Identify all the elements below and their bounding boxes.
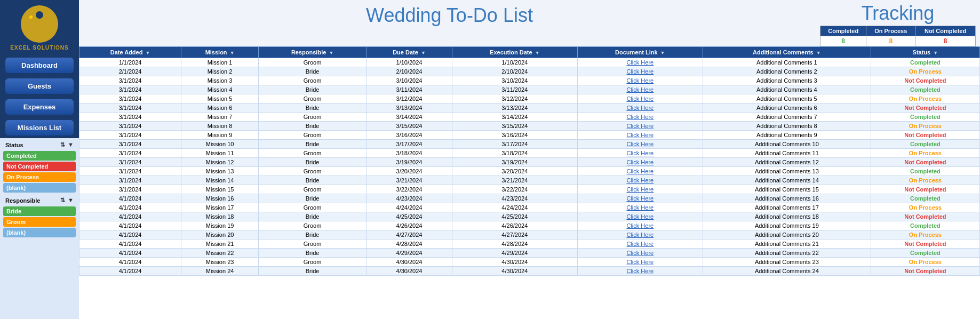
data-cell: 3/18/2024: [366, 149, 452, 158]
document-link-cell[interactable]: Click Here: [577, 176, 703, 185]
data-cell: 1/10/2024: [452, 58, 577, 67]
data-cell: Bride: [259, 230, 366, 240]
data-cell: Mission 14: [181, 176, 259, 185]
document-link-cell[interactable]: Click Here: [577, 203, 703, 212]
main-area: Wedding To-Do List Tracking Completed On…: [79, 0, 980, 319]
filter-not-completed[interactable]: Not Completed: [3, 162, 76, 171]
data-cell: 4/24/2024: [366, 203, 452, 212]
nav-expenses[interactable]: Expenses: [5, 99, 74, 115]
document-link-cell[interactable]: Click Here: [577, 240, 703, 249]
data-table: Date Added ▼ Mission ▼ Responsible ▼ Due…: [79, 46, 980, 276]
data-cell: 3/14/2024: [452, 113, 577, 122]
data-cell: 4/24/2024: [452, 203, 577, 212]
date-added-sort[interactable]: ▼: [146, 50, 150, 55]
status-cell: Not Completed: [871, 267, 979, 276]
data-cell: 3/22/2024: [452, 185, 577, 194]
sidebar: EXCEL SOLUTIONS Dashboard Guests Expense…: [0, 0, 79, 319]
document-link-cell[interactable]: Click Here: [577, 131, 703, 140]
col-due-date[interactable]: Due Date ▼: [366, 47, 452, 58]
document-link-cell[interactable]: Click Here: [577, 103, 703, 113]
due-date-sort[interactable]: ▼: [421, 50, 426, 55]
responsible-filter-label: Responsible: [5, 197, 40, 204]
data-cell: Additional Comments 23: [703, 258, 871, 267]
col-document-link[interactable]: Document Link ▼: [577, 47, 703, 58]
page-title: Wedding To-Do List: [79, 4, 820, 27]
data-cell: 3/15/2024: [366, 122, 452, 131]
nav-missions-list[interactable]: Missions List: [5, 120, 74, 135]
additional-comments-sort[interactable]: ▼: [816, 50, 821, 55]
execution-date-sort[interactable]: ▼: [535, 50, 540, 55]
data-cell: Bride: [259, 212, 366, 221]
status-sort[interactable]: ▼: [933, 50, 938, 55]
data-cell: Mission 15: [181, 185, 259, 194]
status-cell: Not Completed: [871, 103, 979, 113]
data-cell: 3/11/2024: [452, 85, 577, 94]
page-title-area: Wedding To-Do List: [79, 0, 820, 28]
col-responsible[interactable]: Responsible ▼: [259, 47, 366, 58]
status-cell: On Process: [871, 230, 979, 240]
document-link-cell[interactable]: Click Here: [577, 167, 703, 176]
document-link-cell[interactable]: Click Here: [577, 212, 703, 221]
data-cell: 3/1/2024: [79, 94, 181, 103]
data-cell: 3/20/2024: [366, 167, 452, 176]
document-link-cell[interactable]: Click Here: [577, 258, 703, 267]
data-cell: Additional Comments 19: [703, 221, 871, 230]
document-link-cell[interactable]: Click Here: [577, 158, 703, 167]
responsible-sort-icon[interactable]: ⇅: [60, 197, 65, 203]
document-link-cell[interactable]: Click Here: [577, 194, 703, 203]
document-link-cell[interactable]: Click Here: [577, 94, 703, 103]
document-link-cell[interactable]: Click Here: [577, 267, 703, 276]
document-link-cell[interactable]: Click Here: [577, 140, 703, 149]
tracking-notcompleted-value: 8: [915, 36, 976, 46]
filter-bride[interactable]: Bride: [3, 206, 76, 216]
document-link-cell[interactable]: Click Here: [577, 149, 703, 158]
col-mission[interactable]: Mission ▼: [181, 47, 259, 58]
filter-blank-status[interactable]: (blank): [3, 183, 76, 193]
filter-completed[interactable]: Completed: [3, 151, 76, 161]
data-cell: 4/1/2024: [79, 203, 181, 212]
document-link-cell[interactable]: Click Here: [577, 76, 703, 85]
table-row: 3/1/2024Mission 12Bride3/19/20243/19/202…: [79, 158, 980, 167]
data-cell: Bride: [259, 194, 366, 203]
data-cell: 4/30/2024: [452, 258, 577, 267]
data-cell: Additional Comments 20: [703, 230, 871, 240]
table-area[interactable]: Date Added ▼ Mission ▼ Responsible ▼ Due…: [79, 46, 980, 319]
data-cell: 1/1/2024: [79, 58, 181, 67]
col-status[interactable]: Status ▼: [871, 47, 979, 58]
document-link-cell[interactable]: Click Here: [577, 113, 703, 122]
document-link-cell[interactable]: Click Here: [577, 230, 703, 240]
document-link-cell[interactable]: Click Here: [577, 122, 703, 131]
tracking-onprocess-header: On Process: [866, 26, 915, 36]
data-cell: Additional Comments 4: [703, 85, 871, 94]
responsible-sort[interactable]: ▼: [329, 50, 333, 55]
filter-groom[interactable]: Groom: [3, 217, 76, 227]
responsible-filter-icon[interactable]: ▼: [68, 197, 74, 203]
document-link-cell[interactable]: Click Here: [577, 58, 703, 67]
document-link-cell[interactable]: Click Here: [577, 185, 703, 194]
data-cell: 4/1/2024: [79, 240, 181, 249]
status-sort-icon[interactable]: ⇅: [60, 141, 65, 148]
data-cell: Groom: [259, 131, 366, 140]
document-link-cell[interactable]: Click Here: [577, 85, 703, 94]
filter-on-process[interactable]: On Process: [3, 172, 76, 182]
status-cell: On Process: [871, 176, 979, 185]
status-cell: Completed: [871, 85, 979, 94]
data-cell: Mission 4: [181, 85, 259, 94]
document-link-sort[interactable]: ▼: [660, 50, 665, 55]
document-link-cell[interactable]: Click Here: [577, 249, 703, 258]
status-filter-icon[interactable]: ▼: [68, 141, 74, 148]
col-additional-comments[interactable]: Additional Comments ▼: [703, 47, 871, 58]
document-link-cell[interactable]: Click Here: [577, 221, 703, 230]
table-row: 2/1/2024Mission 2Bride2/10/20242/10/2024…: [79, 67, 980, 76]
col-execution-date[interactable]: Execution Date ▼: [452, 47, 577, 58]
table-row: 3/1/2024Mission 8Bride3/15/20243/15/2024…: [79, 122, 980, 131]
nav-guests[interactable]: Guests: [5, 78, 74, 94]
nav-dashboard[interactable]: Dashboard: [5, 58, 74, 73]
data-cell: 4/1/2024: [79, 249, 181, 258]
mission-sort[interactable]: ▼: [230, 50, 235, 55]
data-cell: Mission 24: [181, 267, 259, 276]
data-cell: Mission 23: [181, 258, 259, 267]
filter-blank-responsible[interactable]: (blank): [3, 228, 76, 237]
document-link-cell[interactable]: Click Here: [577, 67, 703, 76]
col-date-added[interactable]: Date Added ▼: [79, 47, 181, 58]
